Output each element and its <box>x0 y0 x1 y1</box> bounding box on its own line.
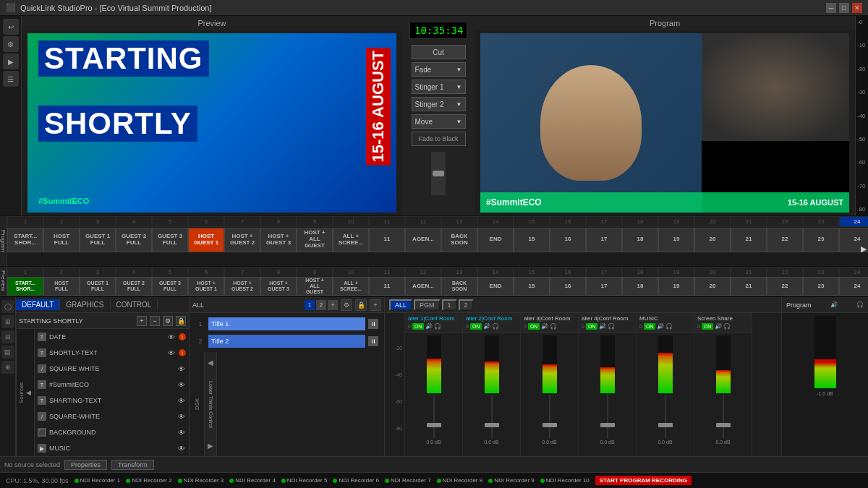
prev-btn-agen[interactable]: AGEN... <box>405 277 441 296</box>
pl-bar-2[interactable]: Title 2 <box>208 335 365 348</box>
prev-btn-guest2-full[interactable]: GUEST 2FULL <box>116 277 152 296</box>
audio-ch2-vol-icon[interactable]: 🔊 <box>483 323 490 330</box>
lower-thirds-down-icon[interactable]: Lower Thirds Control <box>208 381 213 428</box>
src-item-hashtag[interactable]: T #SummitECO 👁 <box>35 377 189 393</box>
sw-btn-19[interactable]: 19 <box>658 228 694 252</box>
audio-ch1-vol-icon[interactable]: 🔊 <box>425 323 433 330</box>
prev-btn-all-screen[interactable]: ALL +SCREE... <box>333 277 369 296</box>
audio-tab-1[interactable]: 1 <box>442 299 457 311</box>
audio-ch4-headphone-icon[interactable]: 🎧 <box>608 323 615 330</box>
src-eye-icon-4[interactable]: 👁 <box>177 380 186 389</box>
sources-gear-btn[interactable]: ⚙ <box>163 316 173 326</box>
src-eye-icon-3[interactable]: 👁 <box>177 364 186 373</box>
playlist-plus-btn[interactable]: + <box>370 299 381 311</box>
playlist-gear-btn[interactable]: ⚙ <box>341 299 352 311</box>
src-item-date[interactable]: T DATE 👁 ! <box>35 329 189 345</box>
sw-btn-back-soon[interactable]: BACKSOON <box>441 228 477 252</box>
prog-out-headphone-icon[interactable]: 🎧 <box>856 301 864 308</box>
audio-ch3-fader[interactable] <box>549 395 550 438</box>
maximize-button[interactable]: □ <box>839 3 849 13</box>
audio-ch2-on-btn[interactable]: ON <box>470 323 482 330</box>
prev-btn-18[interactable]: 18 <box>622 277 658 296</box>
prev-btn-host-full[interactable]: HOSTFULL <box>43 277 80 296</box>
stinger2-button[interactable]: Stinger 2 ▼ <box>412 97 466 111</box>
bl-icon-3[interactable]: ⊟ <box>1 330 14 343</box>
sw-btn-guest1-full[interactable]: GUEST 1FULL <box>80 228 116 252</box>
sw-btn-host-guest3[interactable]: HOST +GUEST 3 <box>260 228 297 252</box>
move-button[interactable]: Move ▼ <box>412 114 466 129</box>
prev-btn-guest3-full[interactable]: GUEST 3FULL <box>152 277 188 296</box>
src-eye-icon-8[interactable]: 👁 <box>177 444 186 453</box>
prev-btn-22[interactable]: 22 <box>767 277 803 296</box>
audio-ch5-on-btn[interactable]: ON <box>644 323 656 330</box>
bl-icon-1[interactable]: ◯ <box>1 300 14 313</box>
sidebar-icon-1[interactable]: ↩ <box>3 19 19 35</box>
prev-btn-host-guest2[interactable]: HOST +GUEST 2 <box>224 277 260 296</box>
playlist-page-plus[interactable]: + <box>328 300 338 310</box>
sw-btn-11[interactable]: 11 <box>369 228 405 252</box>
fade-button[interactable]: Fade ▼ <box>412 62 466 77</box>
prev-btn-19[interactable]: 19 <box>658 277 694 296</box>
cut-button[interactable]: Cut <box>412 45 466 59</box>
playlist-page-1[interactable]: 1 <box>305 300 315 310</box>
prev-btn-11[interactable]: 11 <box>369 277 405 296</box>
sw-btn-host-guest1[interactable]: HOSTGUEST 1 <box>188 228 224 252</box>
prev-btn-15[interactable]: 15 <box>514 277 550 296</box>
pl-pause-2[interactable]: ⏸ <box>368 336 378 346</box>
sources-lock-btn[interactable]: 🔒 <box>176 316 186 326</box>
src-item-background[interactable]: ⬛ BACKGROUND 👁 <box>35 424 189 440</box>
sw-btn-start[interactable]: START...SHOR... <box>7 228 43 252</box>
sw-btn-22[interactable]: 22 <box>767 228 803 252</box>
pl-bar-1[interactable]: Title 1 <box>208 317 365 330</box>
src-eye-icon-7[interactable]: 👁 <box>177 428 186 437</box>
audio-ch5-vol-icon[interactable]: 🔊 <box>657 323 664 330</box>
audio-ch1-headphone-icon[interactable]: 🎧 <box>434 323 441 330</box>
sw-btn-agen[interactable]: AGEN... <box>405 228 441 252</box>
audio-tab-2[interactable]: 2 <box>459 299 474 311</box>
bl-icon-5[interactable]: ⊕ <box>1 361 14 374</box>
src-eye-icon-2[interactable]: 👁 <box>167 348 176 357</box>
audio-ch4-fader[interactable] <box>607 395 608 438</box>
prev-btn-17[interactable]: 17 <box>586 277 622 296</box>
audio-ch4-vol-icon[interactable]: 🔊 <box>599 323 606 330</box>
src-eye-icon-5[interactable]: 👁 <box>177 396 186 405</box>
playlist-lock-btn[interactable]: 🔒 <box>355 299 367 311</box>
audio-ch6-on-btn[interactable]: ON <box>702 323 714 330</box>
minimize-button[interactable]: ─ <box>826 3 836 13</box>
sidebar-icon-3[interactable]: ▶ <box>3 53 19 69</box>
audio-ch2-fader[interactable] <box>491 395 493 438</box>
prev-btn-21[interactable]: 21 <box>731 277 767 296</box>
audio-tab-all[interactable]: ALL <box>389 299 412 311</box>
bl-icon-4[interactable]: ▤ <box>1 346 14 359</box>
playlist-right-arrow[interactable]: ▶ <box>859 244 868 254</box>
audio-ch1-on-btn[interactable]: ON <box>412 323 425 330</box>
tab-default[interactable]: DEFAULT <box>16 299 60 310</box>
sw-btn-all-screen[interactable]: ALL +SCREE... <box>333 228 369 252</box>
audio-ch2-headphone-icon[interactable]: 🎧 <box>492 323 499 330</box>
sw-btn-17[interactable]: 17 <box>586 228 622 252</box>
sw-btn-21[interactable]: 21 <box>731 228 767 252</box>
transition-slider[interactable] <box>431 152 446 195</box>
sw-btn-end[interactable]: END <box>477 228 514 252</box>
pl-pause-1[interactable]: ⏸ <box>368 319 378 329</box>
start-recording-button[interactable]: START PROGRAM RECORDING <box>595 476 692 485</box>
prev-btn-back-soon[interactable]: BACKSOON <box>441 277 477 296</box>
sw-btn-host-all[interactable]: HOST +ALLGUEST <box>297 228 333 252</box>
prev-btn-host-guest1[interactable]: HOST +GUEST 1 <box>188 277 224 296</box>
sources-add-btn[interactable]: + <box>137 316 147 326</box>
sources-minus-btn[interactable]: − <box>150 316 160 326</box>
src-item-square-white2[interactable]: / SQUARE-WHITE 👁 <box>35 408 189 424</box>
fade-to-black-button[interactable]: Fade to Black <box>412 132 466 146</box>
transform-button[interactable]: Transform <box>111 460 154 470</box>
audio-ch3-vol-icon[interactable]: 🔊 <box>541 323 548 330</box>
properties-button[interactable]: Properties <box>64 460 107 470</box>
src-eye-icon[interactable]: 👁 <box>167 333 176 341</box>
sw-btn-guest3-full[interactable]: GUEST 3FULL <box>152 228 188 252</box>
lower-thirds-right-icon[interactable]: ▶ <box>208 442 213 450</box>
prev-btn-host-guest3[interactable]: HOST +GUEST 3 <box>260 277 297 296</box>
audio-ch6-fader[interactable] <box>723 395 724 438</box>
src-item-sharting[interactable]: T SHARTING-TEXT 👁 <box>35 393 189 408</box>
sw-btn-host-guest2[interactable]: HOST +GUEST 2 <box>224 228 260 252</box>
sidebar-icon-2[interactable]: ⚙ <box>3 36 19 52</box>
sw-btn-guest2-full[interactable]: GUEST 2FULL <box>116 228 152 252</box>
